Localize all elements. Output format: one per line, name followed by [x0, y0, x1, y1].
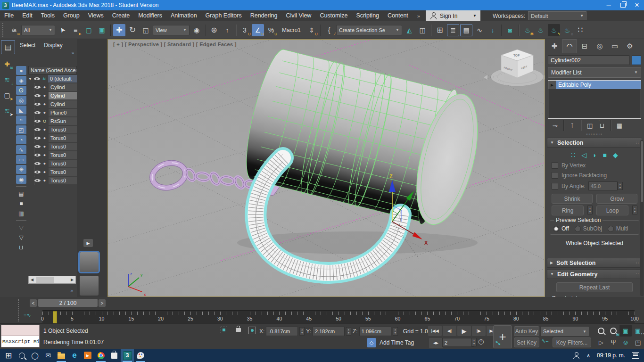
mini-curve-editor-icon[interactable]: ≡∿	[24, 312, 31, 318]
preview-multi-radio[interactable]: Multi	[608, 225, 628, 232]
filter-bones-icon[interactable]: ∿	[16, 145, 26, 154]
visibility-eye-icon[interactable]	[34, 161, 41, 166]
explorer-bottom-chevron[interactable]: »	[70, 288, 73, 293]
viewport-label[interactable]: [ + ] [ Perspective ] [ Standard ] [ Edg…	[113, 41, 237, 47]
keyboard-override-icon[interactable]: ↑	[221, 24, 233, 36]
scene-object-row[interactable]: ●Torus0	[28, 159, 77, 168]
macro-button[interactable]: Macro1	[278, 27, 305, 33]
explorer-overflow-chevron[interactable]: »	[71, 50, 74, 56]
add-time-tag[interactable]: ◇ Add Time Tag	[367, 338, 414, 347]
scene-object-row[interactable]: ●Torus0	[28, 142, 77, 151]
scene-object-row[interactable]: ●Torus0	[28, 125, 77, 134]
menu-civil-view[interactable]: Civil View	[281, 10, 315, 21]
menu-overflow-chevron[interactable]: »	[415, 13, 422, 19]
select-and-manipulate-icon[interactable]: ⊕	[208, 24, 220, 36]
scrollbar-thumb[interactable]	[36, 277, 54, 283]
toolbar-drag-handle[interactable]	[2, 23, 6, 37]
visibility-eye-icon[interactable]	[34, 110, 41, 115]
object-name-label[interactable]: Torus0	[49, 151, 77, 159]
configure-modifier-sets-icon[interactable]: ▦	[614, 121, 625, 130]
select-by-name-icon[interactable]: ≡➤	[69, 24, 82, 36]
tab-motion[interactable]: ◎	[592, 39, 607, 53]
loop-button[interactable]: Loop	[596, 206, 628, 215]
mirror-icon[interactable]: ◭	[403, 24, 415, 36]
visibility-eye-icon[interactable]	[34, 144, 41, 149]
close-button[interactable]: ×	[630, 0, 644, 10]
edge-icon[interactable]: e	[68, 349, 81, 362]
by-angle-checkbox[interactable]	[552, 183, 558, 189]
explorer-horizontal-scrollbar[interactable]: ◀ ▶	[28, 276, 76, 284]
vertex-icon[interactable]: ∷	[571, 151, 575, 159]
menu-views[interactable]: Views	[84, 10, 108, 21]
selection-filter-dropdown[interactable]: All▼	[21, 25, 55, 35]
scene-object-row[interactable]: ●Torus0	[28, 168, 77, 176]
visibility-eye-icon[interactable]	[34, 135, 41, 141]
time-configuration-button[interactable]: ◷	[478, 337, 484, 345]
scene-object-row[interactable]: ●Torus0	[28, 134, 77, 142]
z-coord-field[interactable]: 1.096cm	[359, 327, 391, 336]
render-production-icon[interactable]: ♨ϟ	[548, 24, 560, 36]
schematic-view-icon[interactable]: ↓	[487, 24, 499, 36]
isolate-selection-toggle[interactable]	[221, 327, 227, 335]
filter-visibility-icon[interactable]: ◉	[16, 175, 26, 184]
frame-spinner[interactable]: ▴▾	[471, 338, 477, 346]
menu-rendering[interactable]: Rendering	[246, 10, 282, 21]
scene-object-row[interactable]: ●Torus0	[28, 176, 77, 185]
scene-object-row[interactable]: ●Cylind	[28, 83, 77, 91]
edit-geometry-rollout-header[interactable]: ▼ Edit Geometry ∷	[547, 269, 642, 279]
pick-object-icon[interactable]: ▢➤	[1, 89, 13, 101]
visibility-eye-icon[interactable]	[34, 101, 41, 107]
previous-frame-slider-button[interactable]: <	[30, 299, 37, 307]
explorer-menu-display[interactable]: Display	[44, 42, 62, 49]
container-tools-icon[interactable]: ⊔	[16, 243, 26, 252]
named-selection-sets-icon[interactable]: {⁄	[323, 24, 335, 36]
make-unique-icon[interactable]: ◫	[585, 121, 595, 130]
timeline-playhead[interactable]	[53, 311, 57, 323]
filter-settings-icon[interactable]: ▽	[16, 223, 26, 232]
curve-editor-icon[interactable]: ∿	[473, 24, 486, 36]
object-name-label[interactable]: Torus0	[49, 126, 77, 133]
border-icon[interactable]: ◗	[593, 151, 596, 159]
key-mode-toggle[interactable]: ◀▶	[429, 338, 443, 348]
filter-spacewarps-icon[interactable]: ≈	[16, 115, 26, 124]
tab-hierarchy[interactable]: ⊟	[577, 39, 592, 53]
material-editor-icon[interactable]: ◙	[504, 24, 516, 36]
named-selection-dropdown[interactable]: Create Selection Se▼	[336, 25, 402, 35]
object-name-label[interactable]: Torus0	[49, 143, 77, 150]
set-key-button[interactable]: Set Key	[514, 337, 539, 347]
display-properties-icon[interactable]: ▤	[16, 189, 26, 198]
create-new-layer-icon[interactable]: ✚≋	[1, 58, 13, 70]
filter-containers-icon[interactable]: ▭	[16, 155, 26, 164]
scene-explorer-toggle-icon[interactable]: ⊞	[434, 24, 446, 36]
object-name-label[interactable]: Torus0	[49, 177, 77, 184]
menu-edit[interactable]: Edit	[18, 10, 37, 21]
menu-content[interactable]: Content	[383, 10, 413, 21]
explorer-menu-select[interactable]: Select	[20, 42, 35, 49]
key-mode-dropdown[interactable]: Selected▼	[540, 326, 589, 337]
timeline-drag-handle[interactable]	[18, 299, 20, 321]
modifier-stack-entry[interactable]: Editable Poly	[556, 81, 641, 89]
filter-groups-icon[interactable]: ◰	[16, 125, 26, 134]
menu-file[interactable]: File	[0, 10, 18, 21]
menu-create[interactable]: Create	[108, 10, 134, 21]
zoom-icon[interactable]	[595, 325, 607, 337]
loop-spinner[interactable]: ▴▾	[632, 206, 637, 214]
polygon-icon[interactable]: ■	[603, 151, 606, 159]
select-layer-objects-icon[interactable]: ≋➤	[1, 105, 13, 117]
scene-object-row[interactable]: ●Torus0	[28, 151, 77, 159]
start-button[interactable]: ⊞	[2, 349, 15, 362]
next-frame-slider-button[interactable]: >	[99, 299, 106, 307]
visibility-eye-icon[interactable]	[34, 93, 41, 99]
filter-shapes-icon[interactable]: ◈	[16, 76, 26, 85]
ribbon-toggle-icon[interactable]: ▤	[460, 24, 472, 36]
object-name-label[interactable]: Cylind	[49, 92, 77, 99]
rendered-frame-icon[interactable]: ♨	[535, 24, 547, 36]
menu-group[interactable]: Group	[59, 10, 84, 21]
set-key-filter-icon[interactable]: ∿••	[541, 337, 549, 344]
tab-display[interactable]: ▭	[607, 39, 622, 53]
object-name-label[interactable]: Cylind	[49, 100, 77, 108]
current-frame-field[interactable]: 2	[442, 338, 474, 347]
reference-coordinate-dropdown[interactable]: View▼	[153, 25, 190, 35]
angle-snap-icon[interactable]: ∠∪	[252, 24, 264, 36]
filter-helpers-icon[interactable]: ◣	[16, 106, 26, 115]
